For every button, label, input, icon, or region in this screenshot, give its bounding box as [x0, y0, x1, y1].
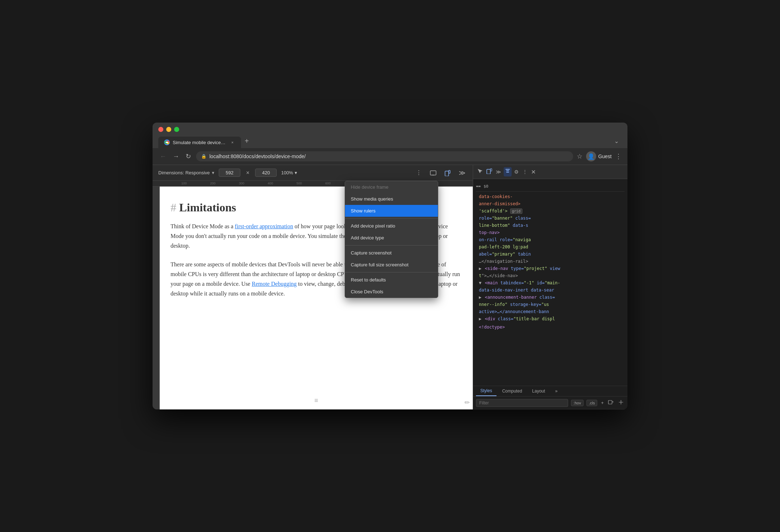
tab-layout[interactable]: Layout [528, 386, 549, 396]
close-devtools-item[interactable]: Close DevTools [345, 286, 438, 298]
width-input[interactable] [219, 169, 240, 177]
html-line-15: ▶ <announcement-banner class= [476, 294, 625, 301]
capture-screenshot-item[interactable]: Capture screenshot [345, 247, 438, 259]
tab-computed[interactable]: Computed [498, 386, 526, 396]
html-line-6: top-nav> [476, 229, 625, 236]
device-mode-icon[interactable] [428, 168, 438, 178]
element-inspector: == $0 data-cookies- anner-dismissed> 'sc… [473, 179, 627, 386]
tab-menu-button[interactable]: ⌄ [611, 136, 622, 146]
context-menu: Hide device frame Show media queries Sho… [345, 181, 438, 298]
devtools-panel: ≫ ⚙ ⋮ ✕ == $0 [473, 165, 627, 409]
ruler-mark-240: 300 [239, 182, 244, 185]
html-line-14: data-side-nav-inert data-sear [476, 286, 625, 294]
chrome-menu-icon[interactable]: ⋮ [615, 152, 622, 160]
maximize-traffic-light[interactable] [174, 127, 179, 132]
ruler-mark-80: 100 [181, 182, 187, 185]
tab-close-button[interactable]: × [230, 139, 235, 145]
inspect-element-icon[interactable] [476, 167, 484, 176]
close-traffic-light[interactable] [158, 127, 163, 132]
tab-styles[interactable]: Styles [476, 386, 496, 396]
browser-window: Simulate mobile devices with D × + ⌄ ← →… [153, 123, 627, 409]
dimensions-selector[interactable]: Dimensions: Responsive ▾ [158, 170, 214, 175]
svg-rect-6 [487, 169, 490, 174]
svg-rect-10 [506, 172, 509, 173]
ruler-mark-160: 200 [210, 182, 216, 185]
show-rulers-label: Show rulers [351, 208, 376, 214]
first-order-link[interactable]: first-order approximation [235, 223, 293, 229]
more-options-button[interactable]: ⋮ [414, 168, 424, 178]
dimensions-label: Dimensions: Responsive [158, 170, 210, 175]
ruler-mark-480: 600 [325, 182, 331, 185]
ruler-left [153, 187, 160, 409]
left-section: Dimensions: Responsive ▾ × 100% ▾ ⋮ [153, 165, 473, 409]
scroll-indicator: ≡ [314, 397, 318, 404]
devtools-bottom-tabs: Styles Computed Layout » [473, 386, 627, 396]
svg-rect-7 [490, 169, 492, 171]
svg-rect-9 [506, 170, 509, 171]
main-area: Dimensions: Responsive ▾ × 100% ▾ ⋮ [153, 165, 627, 409]
devtools-more-icon[interactable]: ⋮ [521, 168, 529, 176]
ruler-mark-320: 400 [268, 182, 273, 185]
show-media-queries-item[interactable]: Show media queries [345, 193, 438, 205]
menu-divider-3 [345, 272, 438, 272]
minimize-traffic-light[interactable] [166, 127, 171, 132]
html-line-1: data-cookies- [476, 193, 625, 200]
more-devtools-panels-icon[interactable]: ≫ [495, 168, 502, 176]
tab-more-bottom[interactable]: » [551, 386, 562, 396]
add-style-rule-icon[interactable]: + [600, 399, 604, 406]
capture-full-size-screenshot-label: Capture full size screenshot [351, 262, 408, 267]
remote-debugging-link[interactable]: Remote Debugging [252, 281, 297, 287]
devtools-header: ≫ ⚙ ⋮ ✕ [473, 165, 627, 179]
tab-title: Simulate mobile devices with D [173, 140, 227, 145]
html-line-13: ▼ <main tabindex="-1" id="main- [476, 279, 625, 286]
browser-tab[interactable]: Simulate mobile devices with D × [158, 137, 241, 148]
add-device-pixel-ratio-label: Add device pixel ratio [351, 223, 395, 229]
cls-filter-button[interactable]: .cls [586, 400, 598, 406]
doctype-text: <!doctype> [479, 325, 505, 330]
hide-device-frame-label: Hide device frame [351, 184, 389, 190]
elements-panel-icon[interactable] [504, 167, 512, 176]
chrome-favicon-icon [164, 139, 170, 145]
bookmark-icon[interactable]: ☆ [577, 152, 582, 160]
profile-button[interactable]: 👤 Guest [586, 151, 612, 161]
heading-text: Limitations [179, 201, 236, 214]
height-input[interactable] [255, 169, 277, 177]
reload-button[interactable]: ↻ [184, 151, 192, 162]
styles-filter-input[interactable] [476, 399, 568, 407]
html-line-2: anner-dismissed> [476, 200, 625, 207]
rotate-icon[interactable] [443, 168, 453, 178]
forward-button[interactable]: → [171, 151, 181, 162]
svg-rect-4 [445, 171, 449, 176]
capture-screenshot-label: Capture screenshot [351, 250, 391, 256]
show-rulers-item[interactable]: Show rulers [345, 205, 438, 217]
reset-to-defaults-label: Reset to defaults [351, 277, 386, 283]
new-style-rule-icon[interactable] [607, 399, 615, 407]
add-device-type-item[interactable]: Add device type [345, 232, 438, 244]
html-line-17: active>…</announcement-bann [476, 308, 625, 315]
more-tools-icon[interactable]: ≫ [457, 168, 467, 178]
new-tab-button[interactable]: + [242, 136, 252, 147]
zoom-selector[interactable]: 100% ▾ [281, 170, 297, 175]
capture-full-size-screenshot-item[interactable]: Capture full size screenshot [345, 259, 438, 271]
back-button[interactable]: ← [158, 151, 168, 162]
html-line-10: …</navigation-rail> [476, 258, 625, 265]
hov-filter-button[interactable]: :hov [571, 400, 584, 406]
html-line-12: t">…</side-nav> [476, 272, 625, 279]
address-right-buttons: ☆ 👤 Guest ⋮ [577, 151, 622, 161]
menu-divider-1 [345, 218, 438, 219]
svg-rect-2 [430, 171, 436, 175]
profile-avatar: 👤 [586, 151, 596, 161]
element-state-icon[interactable] [617, 399, 625, 407]
close-devtools-icon[interactable]: ✕ [530, 168, 537, 176]
reset-to-defaults-item[interactable]: Reset to defaults [345, 274, 438, 286]
menu-divider-2 [345, 245, 438, 246]
url-bar[interactable]: 🔒 localhost:8080/docs/devtools/device-mo… [196, 151, 573, 161]
devtools-content: == $0 data-cookies- anner-dismissed> 'sc… [473, 179, 627, 409]
device-mode-toggle-icon[interactable] [485, 167, 493, 176]
add-device-pixel-ratio-item[interactable]: Add device pixel ratio [345, 220, 438, 232]
html-line-7: on-rail role="naviga [476, 236, 625, 243]
show-media-queries-label: Show media queries [351, 196, 393, 202]
address-bar: ← → ↻ 🔒 localhost:8080/docs/devtools/dev… [153, 148, 627, 165]
settings-icon[interactable]: ⚙ [513, 168, 520, 176]
hide-device-frame-item[interactable]: Hide device frame [345, 181, 438, 193]
